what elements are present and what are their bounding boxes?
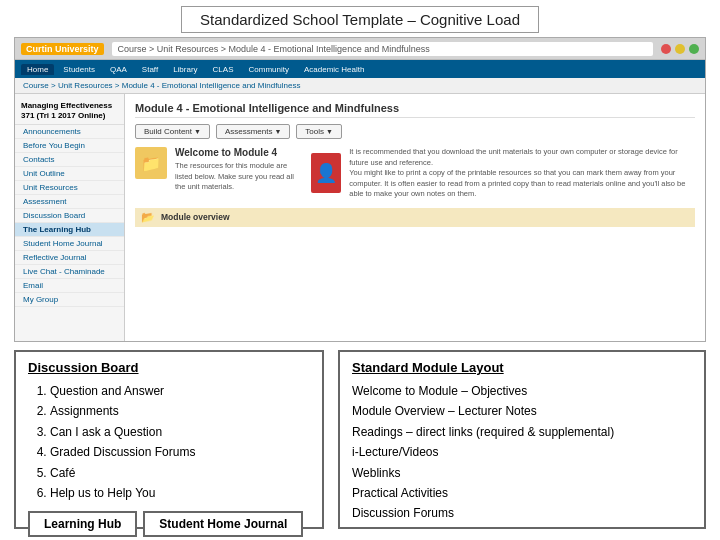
list-item: Readings – direct links (required & supp… (352, 422, 692, 442)
list-item: Welcome to Module – Objectives (352, 381, 692, 401)
welcome-text-area: Welcome to Module 4 The resources for th… (175, 147, 303, 200)
main-content: Module 4 - Emotional Intelligence and Mi… (125, 94, 705, 342)
right-panel: Standard Module Layout Welcome to Module… (338, 350, 706, 529)
nav-tab-library[interactable]: Library (167, 64, 203, 75)
module-overview-label: Module overview (161, 212, 230, 222)
list-item: Assignments (50, 401, 310, 421)
browser-url-bar: Course > Unit Resources > Module 4 - Emo… (112, 42, 653, 56)
nav-tab-students[interactable]: Students (57, 64, 101, 75)
nav-tab-community[interactable]: Community (243, 64, 295, 75)
lms-body: Managing Effectiveness 371 (Tri 1 2017 O… (15, 94, 705, 342)
sidebar-item-learning-hub[interactable]: The Learning Hub (15, 223, 124, 237)
list-item: i-Lecture/Videos (352, 442, 692, 462)
sidebar-item-reflective[interactable]: Reflective Journal (15, 251, 124, 265)
browser-controls (661, 44, 699, 54)
browser-chrome: Curtin University Course > Unit Resource… (15, 38, 705, 60)
sidebar-item-outline[interactable]: Unit Outline (15, 167, 124, 181)
minimize-btn[interactable] (675, 44, 685, 54)
sidebar-module-label: Managing Effectiveness 371 (Tri 1 2017 O… (15, 98, 124, 125)
sidebar-item-student-journal[interactable]: Student Home Journal (15, 237, 124, 251)
list-item: Discussion Forums (352, 503, 692, 523)
folder-icon: 📂 (141, 211, 155, 224)
assessments-btn[interactable]: Assessments (216, 124, 290, 139)
welcome-heading: Welcome to Module 4 (175, 147, 303, 158)
welcome-para-1: The resources for this module are listed… (175, 161, 303, 193)
build-content-btn[interactable]: Build Content (135, 124, 210, 139)
student-home-journal-button[interactable]: Student Home Journal (143, 511, 303, 537)
bottom-buttons: Learning Hub Student Home Journal (28, 511, 310, 537)
module-title: Module 4 - Emotional Intelligence and Mi… (135, 102, 695, 118)
nav-tab-academic[interactable]: Academic Health (298, 64, 370, 75)
list-item: Weblinks (352, 463, 692, 483)
right-panel-list: Welcome to Module – Objectives Module Ov… (352, 381, 692, 524)
maximize-btn[interactable] (689, 44, 699, 54)
list-item: Question and Answer (50, 381, 310, 401)
content-toolbar: Build Content Assessments Tools (135, 124, 695, 139)
page-title: Standardized School Template – Cognitive… (181, 6, 539, 33)
title-area: Standardized School Template – Cognitive… (0, 0, 720, 37)
nav-tab-clas[interactable]: CLAS (207, 64, 240, 75)
tools-btn[interactable]: Tools (296, 124, 342, 139)
sidebar-item-livechat[interactable]: Live Chat - Chaminade (15, 265, 124, 279)
sidebar-item-email[interactable]: Email (15, 279, 124, 293)
list-item: Practical Activities (352, 483, 692, 503)
breadcrumb: Course > Unit Resources > Module 4 - Emo… (15, 78, 705, 94)
sidebar-item-discussion[interactable]: Discussion Board (15, 209, 124, 223)
welcome-folder-icon: 📁 (135, 147, 167, 179)
nav-tab-home[interactable]: Home (21, 64, 54, 75)
right-panel-title: Standard Module Layout (352, 360, 692, 375)
left-panel-title: Discussion Board (28, 360, 310, 375)
list-item: Graded Discussion Forums (50, 442, 310, 462)
browser-area: Curtin University Course > Unit Resource… (14, 37, 706, 342)
list-item: Module Overview – Lecturer Notes (352, 401, 692, 421)
person-icon: 👤 (311, 153, 341, 193)
bottom-area: Discussion Board Question and Answer Ass… (0, 342, 720, 537)
welcome-para-2: It is recommended that you download the … (349, 147, 695, 168)
list-item: Café (50, 463, 310, 483)
browser-logo: Curtin University (21, 43, 104, 55)
sidebar-item-before[interactable]: Before You Begin (15, 139, 124, 153)
close-btn[interactable] (661, 44, 671, 54)
nav-tab-staff[interactable]: Staff (136, 64, 164, 75)
sidebar-item-contacts[interactable]: Contacts (15, 153, 124, 167)
sidebar-item-group[interactable]: My Group (15, 293, 124, 307)
breadcrumb-text: Course > Unit Resources > Module 4 - Emo… (23, 81, 300, 90)
left-panel-list: Question and Answer Assignments Can I as… (28, 381, 310, 503)
module-overview-bar: 📂 Module overview (135, 208, 695, 227)
list-item: Help us to Help You (50, 483, 310, 503)
left-panel: Discussion Board Question and Answer Ass… (14, 350, 324, 529)
site-nav: Home Students QAA Staff Library CLAS Com… (15, 60, 705, 78)
welcome-text-area-2: It is recommended that you download the … (349, 147, 695, 200)
welcome-section: 📁 Welcome to Module 4 The resources for … (135, 147, 695, 200)
sidebar-item-assessment[interactable]: Assessment (15, 195, 124, 209)
welcome-para-3: You might like to print a copy of the pr… (349, 168, 695, 200)
sidebar-item-resources[interactable]: Unit Resources (15, 181, 124, 195)
nav-tab-qaa[interactable]: QAA (104, 64, 133, 75)
sidebar: Managing Effectiveness 371 (Tri 1 2017 O… (15, 94, 125, 342)
list-item: Can I ask a Question (50, 422, 310, 442)
learning-hub-button[interactable]: Learning Hub (28, 511, 137, 537)
sidebar-item-announcements[interactable]: Announcements (15, 125, 124, 139)
